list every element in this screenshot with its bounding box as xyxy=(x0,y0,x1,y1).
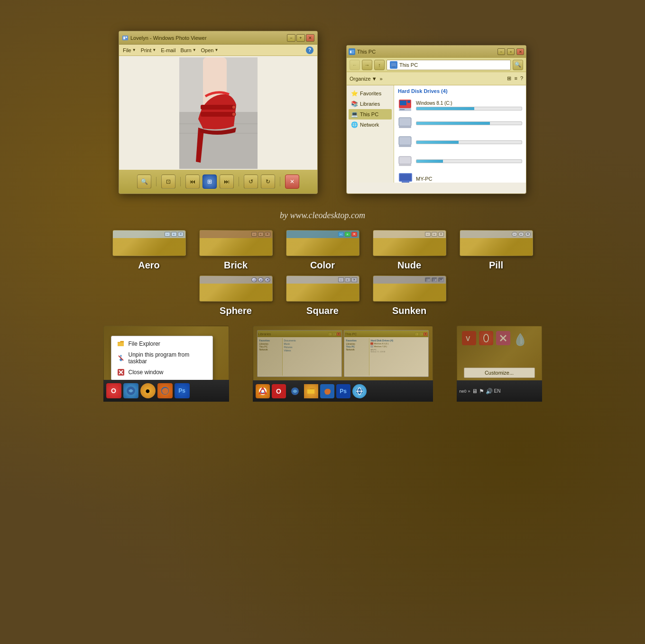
network-mypc-item[interactable]: MY-PC xyxy=(396,171,524,183)
context-close[interactable]: Close window xyxy=(111,367,212,378)
file-menu[interactable]: File ▼ xyxy=(123,47,136,53)
minimize-button[interactable]: − xyxy=(287,34,295,42)
systray-more[interactable]: » xyxy=(468,389,470,394)
burn-menu[interactable]: Burn ▼ xyxy=(180,47,196,53)
wins-tb-ps[interactable]: Ps xyxy=(336,384,350,398)
pill-min[interactable]: − xyxy=(512,232,517,237)
prev-button[interactable]: ⏮ xyxy=(185,175,200,189)
color-preview[interactable]: − + ✕ xyxy=(286,230,359,256)
drive-f-icon xyxy=(398,154,413,169)
back-button[interactable]: ← xyxy=(350,60,360,70)
close-button[interactable]: ✕ xyxy=(306,34,314,42)
drive-item-d[interactable] xyxy=(396,114,524,133)
window-controls: − + ✕ xyxy=(287,34,314,42)
context-unpin[interactable]: Unpin this program from taskbar xyxy=(111,350,212,367)
view-tiles-button[interactable]: ⊞ xyxy=(507,75,511,82)
taskbar-photoshop[interactable]: Ps xyxy=(175,383,190,398)
explorer-close[interactable]: ✕ xyxy=(516,48,524,55)
nude-close[interactable]: ✕ xyxy=(438,232,444,237)
rotate-ccw-button[interactable]: ↺ xyxy=(244,175,258,189)
theme-square: − + ✕ Square xyxy=(286,276,359,316)
drive-item-e[interactable] xyxy=(396,133,524,152)
wins-tb-zeald[interactable] xyxy=(288,384,302,398)
sphere-preview[interactable]: − + ✕ xyxy=(199,276,273,302)
current-button[interactable]: ⊞ xyxy=(203,175,217,189)
brick-close[interactable]: ✕ xyxy=(265,232,270,237)
aero-min[interactable]: − xyxy=(165,232,170,237)
separator2 xyxy=(180,177,181,186)
sunken-min[interactable]: − xyxy=(425,277,431,282)
taskbar-firefox[interactable] xyxy=(157,383,173,398)
brick-max[interactable]: + xyxy=(258,232,264,237)
drive-c-fill xyxy=(416,107,474,110)
maximize-button[interactable]: + xyxy=(296,34,305,42)
aero-close[interactable]: ✕ xyxy=(178,232,184,237)
email-menu[interactable]: E-mail xyxy=(161,47,175,53)
favorites-icon: ⭐ xyxy=(350,90,358,97)
fit-button[interactable]: ⊡ xyxy=(161,175,175,189)
nude-min[interactable]: − xyxy=(425,232,431,237)
next-button[interactable]: ⏭ xyxy=(220,175,234,189)
wins-tb-ie[interactable] xyxy=(352,384,367,398)
brick-min[interactable]: − xyxy=(251,232,257,237)
sunken-max[interactable]: + xyxy=(432,277,437,282)
taskbar-zeald[interactable] xyxy=(123,383,138,398)
sunken-preview[interactable]: − + ✕ xyxy=(373,276,446,302)
open-menu[interactable]: Open ▼ xyxy=(201,47,219,53)
square-preview[interactable]: − + ✕ xyxy=(286,276,359,302)
forward-button[interactable]: → xyxy=(362,60,372,70)
pill-preview[interactable]: − + ✕ xyxy=(460,230,533,256)
color-close[interactable]: ✕ xyxy=(351,232,357,237)
brick-preview[interactable]: − + ✕ xyxy=(199,230,273,256)
view-list-button[interactable]: ≡ xyxy=(514,75,517,82)
rotate-cw-button[interactable]: ↻ xyxy=(261,175,275,189)
sidebar-item-this-pc[interactable]: 💻 This PC xyxy=(349,109,392,120)
color-min[interactable]: − xyxy=(338,232,344,237)
aero-preview[interactable]: − + ✕ xyxy=(112,230,186,256)
drive-item-c[interactable]: Windows 8.1 (C:) xyxy=(396,97,524,114)
sidebar-item-network[interactable]: 🌐 Network xyxy=(349,120,392,130)
color-max[interactable]: + xyxy=(345,232,350,237)
wins-tb-chrome[interactable] xyxy=(256,384,270,398)
taskbar-opera[interactable]: O xyxy=(106,383,121,398)
sphere-min[interactable]: − xyxy=(251,277,257,282)
print-menu[interactable]: Print ▼ xyxy=(141,47,157,53)
customize-button[interactable]: Customize... xyxy=(464,368,535,378)
aero-max[interactable]: + xyxy=(171,232,177,237)
wins-tb-opera[interactable]: O xyxy=(272,384,286,398)
sidebar-item-libraries[interactable]: 📚 Libraries xyxy=(349,99,392,109)
organize-button[interactable]: Organize ▼ xyxy=(350,76,377,82)
up-button[interactable]: ↑ xyxy=(374,60,385,70)
sphere-close[interactable]: ✕ xyxy=(265,277,270,282)
nude-max[interactable]: + xyxy=(432,232,437,237)
wins-tb-firefox2[interactable] xyxy=(320,384,334,398)
explorer-maximize[interactable]: + xyxy=(507,48,515,55)
context-file-explorer[interactable]: File Explorer xyxy=(111,338,212,350)
help-icon[interactable]: ? xyxy=(520,75,523,82)
sunken-close[interactable]: ✕ xyxy=(438,277,444,282)
svg-rect-1 xyxy=(123,37,125,39)
theme-sunken: − + ✕ Sunken xyxy=(373,276,446,316)
view-controls: ⊞ ≡ ? xyxy=(507,75,523,82)
square-min[interactable]: − xyxy=(338,277,344,282)
drive-f-progress xyxy=(416,159,522,163)
zoom-button[interactable]: 🔍 xyxy=(137,175,151,189)
search-button[interactable]: 🔍 xyxy=(513,60,523,70)
square-max[interactable]: + xyxy=(345,277,350,282)
explorer-minimize[interactable]: − xyxy=(498,48,505,55)
square-close[interactable]: ✕ xyxy=(351,277,357,282)
sphere-max[interactable]: + xyxy=(258,277,264,282)
taskbar-orb[interactable]: ● xyxy=(140,383,156,398)
delete-button[interactable]: ✕ xyxy=(285,175,299,189)
brick-titlebar: − + ✕ xyxy=(200,230,272,238)
photo-menubar: File ▼ Print ▼ E-mail Burn ▼ Open ▼ xyxy=(119,45,317,56)
nude-preview[interactable]: − + ✕ xyxy=(373,230,446,256)
sidebar-item-favorites[interactable]: ⭐ Favorites xyxy=(349,88,392,99)
wins-tb-folder[interactable] xyxy=(304,384,318,398)
drive-item-f[interactable] xyxy=(396,152,524,171)
help-button[interactable]: ? xyxy=(306,46,313,54)
pill-max[interactable]: + xyxy=(518,232,524,237)
pill-close[interactable]: ✕ xyxy=(525,232,531,237)
close-window-label: Close window xyxy=(129,369,164,376)
address-bar[interactable]: This PC xyxy=(387,60,511,70)
